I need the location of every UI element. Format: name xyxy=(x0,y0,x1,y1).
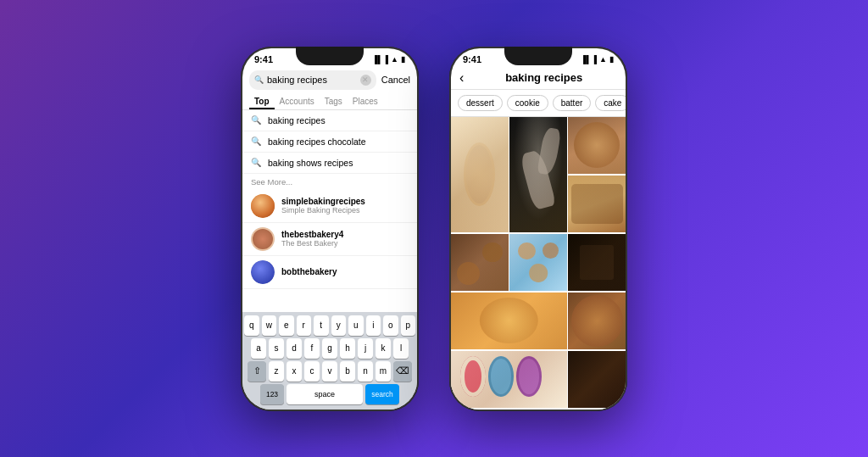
key-p[interactable]: p xyxy=(401,315,416,336)
notch-2 xyxy=(504,47,572,65)
results-title: baking recipes xyxy=(470,71,617,84)
account-item[interactable]: thebestbakery4 The Best Bakery xyxy=(242,223,417,256)
grid-cell-9[interactable] xyxy=(568,293,626,350)
keyboard-row-bottom: 123 space search xyxy=(244,384,415,404)
search-key[interactable]: search xyxy=(365,384,399,404)
key-q[interactable]: q xyxy=(244,315,259,336)
grid-cell-8[interactable] xyxy=(451,293,567,350)
key-v[interactable]: v xyxy=(322,361,337,382)
account-item[interactable]: simplebakingrecipes Simple Baking Recipe… xyxy=(242,190,417,223)
tab-top[interactable]: Top xyxy=(249,93,275,109)
key-b[interactable]: b xyxy=(340,361,355,382)
keyboard: q w e r t y u i o p a s d f g h j k l xyxy=(242,312,417,410)
phone-results: 9:41 ▐▌▐ ▲ ▮ ‹ baking recipes dessert co… xyxy=(449,47,627,411)
account-info-3: bobthebakery xyxy=(281,267,337,276)
keyboard-row-3: ⇧ z x c v b n m ⌫ xyxy=(244,361,415,382)
key-c[interactable]: c xyxy=(304,361,320,382)
tab-accounts[interactable]: Accounts xyxy=(275,93,320,109)
back-button[interactable]: ‹ xyxy=(459,70,464,86)
search-input-wrap[interactable]: 🔍 baking recipes ✕ xyxy=(249,70,376,90)
tab-places[interactable]: Places xyxy=(348,93,383,109)
key-l[interactable]: l xyxy=(393,338,409,359)
grid-cell-4[interactable] xyxy=(568,176,626,233)
search-clear-button[interactable]: ✕ xyxy=(360,75,371,86)
pill-cookie[interactable]: cookie xyxy=(507,95,548,111)
suggestion-item[interactable]: 🔍 baking shows recipes xyxy=(242,153,417,174)
key-x[interactable]: x xyxy=(287,361,302,382)
search-bar-row: 🔍 baking recipes ✕ Cancel xyxy=(242,67,417,93)
see-more-link[interactable]: See More... xyxy=(242,174,417,190)
display-name-1: Simple Baking Recipes xyxy=(281,206,365,215)
key-y[interactable]: y xyxy=(331,315,347,336)
photo-grid xyxy=(451,117,626,410)
key-g[interactable]: g xyxy=(322,338,337,359)
signal-icon-2: ▐▌▐ xyxy=(581,55,597,64)
wifi-icon-2: ▲ xyxy=(599,55,607,64)
grid-cell-3[interactable] xyxy=(568,117,626,175)
pill-cake[interactable]: cake xyxy=(595,95,626,111)
key-d[interactable]: d xyxy=(287,338,302,359)
grid-cell-1[interactable] xyxy=(451,117,509,233)
wifi-icon: ▲ xyxy=(391,55,398,64)
key-h[interactable]: h xyxy=(340,338,355,359)
results-header: ‹ baking recipes xyxy=(451,67,626,90)
account-info-2: thebestbakery4 The Best Bakery xyxy=(281,230,343,248)
account-info-1: simplebakingrecipes Simple Baking Recipe… xyxy=(281,197,365,215)
numbers-key[interactable]: 123 xyxy=(260,384,284,404)
key-k[interactable]: k xyxy=(376,338,391,359)
signal-icon: ▐▌▐ xyxy=(372,55,388,64)
search-icon: 🔍 xyxy=(251,137,261,146)
grid-cell-5[interactable] xyxy=(451,234,509,292)
key-z[interactable]: z xyxy=(269,361,284,382)
grid-cell-11[interactable] xyxy=(568,351,626,409)
suggestion-text: baking recipes chocolate xyxy=(268,137,366,147)
key-a[interactable]: a xyxy=(251,338,266,359)
suggestion-item[interactable]: 🔍 baking recipes chocolate xyxy=(242,131,417,153)
suggestion-text: baking recipes xyxy=(268,115,326,125)
grid-cell-10[interactable] xyxy=(451,351,567,409)
avatar-3 xyxy=(251,260,275,284)
shift-key[interactable]: ⇧ xyxy=(248,361,266,382)
notch xyxy=(296,47,364,65)
cancel-button[interactable]: Cancel xyxy=(381,75,410,85)
key-n[interactable]: n xyxy=(358,361,373,382)
space-key[interactable]: space xyxy=(287,384,363,404)
key-w[interactable]: w xyxy=(262,315,277,336)
avatar-1 xyxy=(251,194,275,218)
key-r[interactable]: r xyxy=(297,315,312,336)
time-2: 9:41 xyxy=(463,54,481,64)
key-u[interactable]: u xyxy=(348,315,364,336)
search-value: baking recipes xyxy=(267,75,357,85)
time-1: 9:41 xyxy=(254,54,273,64)
display-name-2: The Best Bakery xyxy=(281,239,343,248)
key-o[interactable]: o xyxy=(383,315,398,336)
search-icon: 🔍 xyxy=(254,75,264,84)
search-icon: 🔍 xyxy=(251,158,261,167)
grid-cell-2[interactable] xyxy=(509,117,567,233)
keyboard-row-1: q w e r t y u i o p xyxy=(244,315,415,336)
suggestion-item[interactable]: 🔍 baking recipes xyxy=(242,110,417,131)
key-f[interactable]: f xyxy=(304,338,320,359)
battery-icon-2: ▮ xyxy=(609,55,614,64)
grid-cell-7[interactable] xyxy=(568,234,626,292)
key-j[interactable]: j xyxy=(358,338,373,359)
tab-tags[interactable]: Tags xyxy=(320,93,348,109)
suggestion-text: baking shows recipes xyxy=(268,158,353,168)
pill-batter[interactable]: batter xyxy=(553,95,592,111)
phone-search: 9:41 ▐▌▐ ▲ ▮ 🔍 baking recipes ✕ Cancel T… xyxy=(241,47,419,411)
account-item[interactable]: bobthebakery xyxy=(242,256,417,289)
key-m[interactable]: m xyxy=(376,361,391,382)
key-e[interactable]: e xyxy=(279,315,294,336)
delete-key[interactable]: ⌫ xyxy=(393,361,412,382)
username-2: thebestbakery4 xyxy=(281,230,343,239)
username-3: bobthebakery xyxy=(281,267,337,276)
pills-row: dessert cookie batter cake xyxy=(451,90,626,117)
screen-results: 9:41 ▐▌▐ ▲ ▮ ‹ baking recipes dessert co… xyxy=(451,48,626,410)
keyboard-row-2: a s d f g h j k l xyxy=(244,338,415,359)
key-i[interactable]: i xyxy=(366,315,381,336)
grid-cell-6[interactable] xyxy=(509,234,567,292)
pill-dessert[interactable]: dessert xyxy=(458,95,503,111)
key-s[interactable]: s xyxy=(269,338,284,359)
status-icons-1: ▐▌▐ ▲ ▮ xyxy=(372,55,405,64)
key-t[interactable]: t xyxy=(314,315,329,336)
